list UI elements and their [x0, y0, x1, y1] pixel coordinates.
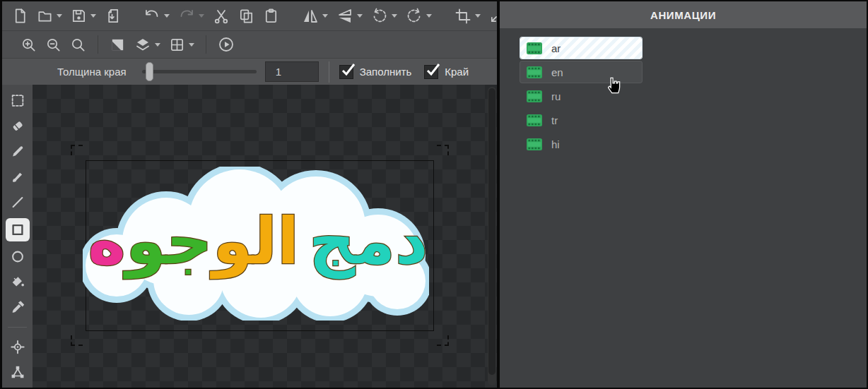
layers-dropdown-arrow[interactable]: [155, 43, 160, 47]
logo-arabic-text: دمج الو جو ه: [83, 164, 429, 318]
fill-checkbox-group[interactable]: Заполнить: [339, 65, 412, 79]
rotate-ccw-dropdown-arrow[interactable]: [392, 14, 397, 18]
cut-button[interactable]: [211, 5, 232, 28]
layers-icon: [134, 36, 151, 53]
zoom-original-button[interactable]: [68, 33, 88, 56]
flip-horizontal-icon: [302, 8, 319, 25]
filmstrip-icon: [527, 66, 542, 78]
copy-icon: [238, 8, 254, 24]
selection-corner-marker-br[interactable]: [437, 335, 449, 346]
zoom-in-icon: [20, 37, 37, 53]
eyedropper-icon: [10, 299, 25, 316]
animation-item-ar[interactable]: ar: [520, 37, 642, 59]
fill-checkbox[interactable]: [339, 65, 353, 79]
animation-item-hi[interactable]: hi: [520, 133, 642, 155]
eraser-tool[interactable]: [6, 116, 30, 136]
animations-panel: АНИМАЦИИ ar en ru tr hi: [500, 1, 867, 388]
logo-text-segment: الو: [213, 204, 299, 278]
ellipse-tool[interactable]: [6, 246, 30, 267]
import-image-button[interactable]: [102, 5, 123, 28]
flip-vertical-button[interactable]: [334, 5, 365, 28]
undo-button[interactable]: [141, 5, 172, 28]
background-toggle-button[interactable]: [107, 33, 128, 56]
sprite-editor-window: Толщина края 1 Заполнить Край: [0, 0, 868, 389]
save-button[interactable]: [69, 5, 98, 28]
animation-item-ru[interactable]: ru: [520, 85, 642, 107]
grid-dropdown-arrow[interactable]: [189, 43, 194, 47]
rectangle-tool[interactable]: [6, 218, 30, 241]
palette-divider: [8, 327, 27, 328]
undo-dropdown-arrow[interactable]: [164, 14, 170, 18]
save-dropdown-arrow[interactable]: [90, 14, 96, 18]
animation-item-label: en: [551, 66, 563, 78]
animation-item-tr[interactable]: tr: [520, 109, 642, 131]
crop-button[interactable]: [452, 5, 483, 28]
marquee-select-icon: [10, 92, 25, 109]
redo-icon: [178, 8, 195, 25]
edge-thickness-slider[interactable]: [142, 70, 257, 73]
filmstrip-icon: [527, 114, 542, 126]
grid-button[interactable]: [167, 33, 197, 56]
animation-item-en[interactable]: en: [520, 61, 642, 83]
copy-button[interactable]: [236, 5, 257, 28]
rotate-ccw-button[interactable]: [369, 5, 399, 28]
undo-icon: [143, 8, 160, 25]
edge-checkbox-group[interactable]: Край: [424, 65, 469, 79]
pencil-tool[interactable]: [6, 141, 30, 162]
edge-thickness-slider-thumb[interactable]: [146, 62, 153, 81]
options-separator: [329, 61, 329, 83]
brush-tool[interactable]: [6, 167, 30, 187]
save-icon: [71, 8, 87, 24]
fill-bucket-icon: [10, 274, 25, 290]
node-shape-icon: [10, 364, 25, 381]
canvas-scrollbar-thumb[interactable]: [488, 88, 495, 375]
rotate-cw-button[interactable]: [404, 5, 434, 28]
node-shape-tool[interactable]: [6, 362, 30, 383]
zoom-out-button[interactable]: [43, 33, 64, 56]
rotate-cw-dropdown-arrow[interactable]: [426, 14, 432, 18]
grid-icon: [169, 37, 185, 53]
flip-horizontal-dropdown-arrow[interactable]: [322, 14, 328, 18]
toolbar-separator: [206, 35, 206, 54]
animation-item-label: ar: [551, 42, 561, 54]
play-icon: [218, 36, 235, 53]
open-folder-dropdown-arrow[interactable]: [57, 14, 62, 18]
flip-vertical-icon: [336, 8, 353, 25]
edge-checkbox-label: Край: [445, 66, 469, 78]
drawing-canvas[interactable]: دمج الو جو ه: [33, 85, 497, 388]
new-file-button[interactable]: [10, 5, 30, 28]
fill-bucket-tool[interactable]: [6, 272, 30, 292]
edge-checkbox[interactable]: [424, 65, 438, 79]
rectangle-icon: [10, 222, 25, 238]
filmstrip-icon: [527, 138, 542, 150]
selection-corner-marker-tr[interactable]: [437, 145, 449, 155]
selection-corner-marker-bl[interactable]: [71, 335, 83, 346]
toolbar-separator: [98, 35, 98, 54]
layers-button[interactable]: [132, 33, 163, 56]
filmstrip-icon: [527, 90, 542, 102]
crop-icon: [454, 8, 471, 25]
tool-palette: [2, 85, 33, 388]
flip-vertical-dropdown-arrow[interactable]: [357, 14, 363, 18]
crop-dropdown-arrow[interactable]: [475, 14, 481, 18]
open-folder-button[interactable]: [35, 5, 64, 28]
line-tool[interactable]: [6, 192, 30, 213]
zoom-in-button[interactable]: [18, 33, 39, 56]
edge-thickness-value-field[interactable]: 1: [265, 61, 319, 82]
redo-button[interactable]: [176, 5, 206, 28]
line-icon: [10, 194, 25, 210]
marquee-select-tool[interactable]: [6, 90, 30, 111]
zoom-original-icon: [70, 37, 86, 53]
move-target-tool[interactable]: [6, 337, 30, 357]
cut-icon: [213, 8, 230, 25]
canvas-vertical-scrollbar[interactable]: [488, 87, 496, 385]
play-animation-button[interactable]: [216, 33, 237, 56]
eyedropper-tool[interactable]: [6, 297, 30, 318]
selection-corner-marker-tl[interactable]: [71, 145, 83, 155]
redo-dropdown-arrow[interactable]: [199, 14, 204, 18]
paste-button[interactable]: [261, 5, 281, 28]
logo-text-segment: جو: [126, 204, 213, 278]
background-toggle-icon: [110, 37, 126, 53]
filmstrip-icon: [527, 42, 542, 54]
flip-horizontal-button[interactable]: [300, 5, 330, 28]
